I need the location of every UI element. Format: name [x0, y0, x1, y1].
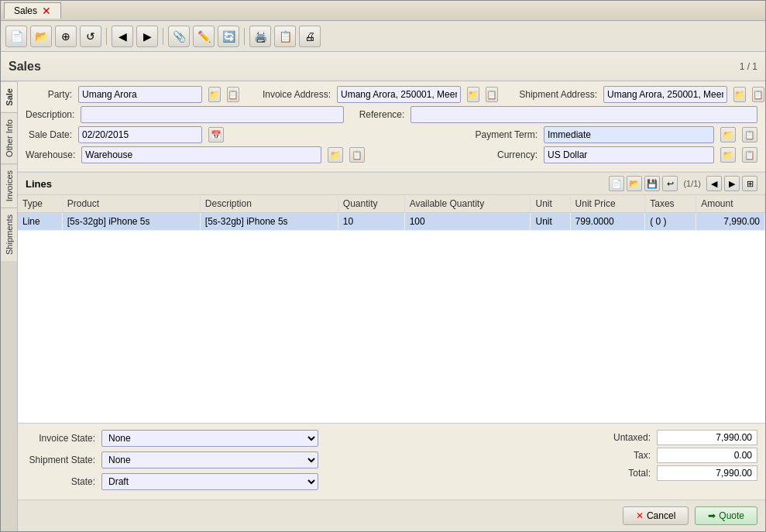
party-folder-icon[interactable]: 📁 [208, 87, 221, 102]
tab-shipments[interactable]: Shipments [1, 208, 17, 261]
shipment-address-input[interactable] [603, 86, 727, 103]
tax-row: Tax: 0.00 [541, 448, 757, 463]
sep1 [106, 28, 107, 45]
print-button[interactable]: 🖨️ [249, 26, 271, 47]
printer-button[interactable]: 🖨 [299, 26, 321, 47]
currency-input[interactable] [544, 146, 714, 163]
totals-section: Untaxed: 7,990.00 Tax: 0.00 Total: 7,990… [541, 430, 757, 483]
shipment-state-select[interactable]: None [101, 451, 318, 469]
warehouse-label: Warehouse: [26, 149, 75, 160]
warehouse-clear-icon[interactable]: 📋 [349, 147, 365, 163]
currency-clear-icon[interactable]: 📋 [742, 147, 757, 163]
currency-folder-icon[interactable]: 📁 [720, 147, 736, 163]
cancel-button[interactable]: ✕ Cancel [623, 506, 689, 525]
back-button[interactable]: ◀ [112, 26, 133, 47]
print2-button[interactable]: 📋 [274, 26, 296, 47]
col-unit-price: Unit Price [570, 195, 645, 213]
reference-input[interactable] [410, 106, 757, 123]
party-label: Party: [26, 89, 72, 100]
shipment-address-clear-icon[interactable]: 📋 [752, 87, 764, 102]
state-select[interactable]: Draft [101, 473, 318, 490]
invoice-state-row: Invoice State: None [26, 430, 318, 447]
sale-date-label: Sale Date: [26, 129, 72, 140]
currency-label: Currency: [491, 149, 538, 160]
lines-open-icon[interactable]: 📂 [627, 176, 642, 191]
payment-term-clear-icon[interactable]: 📋 [742, 127, 757, 142]
lines-prev-icon[interactable]: ◀ [706, 176, 722, 191]
payment-term-label: Payment Term: [460, 129, 538, 140]
lines-table-area: Type Product Description Quantity Availa… [18, 195, 765, 424]
shipment-state-label: Shipment State: [26, 455, 95, 465]
reload-button[interactable]: ↺ [80, 26, 101, 47]
description-label: Description: [26, 109, 74, 120]
lines-title: Lines [26, 178, 52, 190]
untaxed-row: Untaxed: 7,990.00 [541, 430, 757, 445]
action-bar: ✕ Cancel ➡ Quote [18, 499, 765, 531]
lines-next-icon[interactable]: ▶ [724, 176, 740, 191]
cell-description: [5s-32gb] iPhone 5s [200, 213, 338, 231]
payment-term-folder-icon[interactable]: 📁 [720, 127, 736, 142]
state-row: State: Draft [26, 473, 318, 490]
col-taxes: Taxes [645, 195, 696, 213]
open-button[interactable]: 📂 [30, 26, 52, 47]
cancel-icon: ✕ [636, 510, 644, 521]
forward-button[interactable]: ▶ [136, 26, 158, 47]
total-value: 7,990.00 [657, 465, 757, 481]
cell-amount: 7,990.00 [696, 213, 765, 231]
col-amount: Amount [696, 195, 765, 213]
write-button[interactable]: ✏️ [193, 26, 215, 47]
state-section: Invoice State: None Shipment State: None [26, 430, 318, 493]
invoice-address-clear-icon[interactable]: 📋 [486, 87, 498, 102]
invoice-address-folder-icon[interactable]: 📁 [467, 87, 479, 102]
party-input[interactable] [78, 86, 202, 103]
side-tabs: Sale Other Info Invoices Shipments [1, 81, 18, 531]
find-button[interactable]: ⊕ [55, 26, 77, 47]
cell-quantity: 10 [338, 213, 404, 231]
refresh-button[interactable]: 🔄 [218, 26, 239, 47]
col-description: Description [200, 195, 338, 213]
table-row[interactable]: Line [5s-32gb] iPhone 5s [5s-32gb] iPhon… [18, 213, 765, 231]
lines-expand-icon[interactable]: ⊞ [742, 176, 757, 191]
lines-pagination: (1/1) [683, 179, 701, 188]
cell-available-quantity: 100 [404, 213, 531, 231]
bottom-section: Invoice State: None Shipment State: None [18, 424, 765, 499]
date-row: Sale Date: 📅 Payment Term: 📁 📋 [26, 126, 757, 143]
tab-title: Sales [14, 5, 37, 16]
attach-button[interactable]: 📎 [168, 26, 190, 47]
title-tab[interactable]: Sales ✕ [4, 2, 61, 19]
lines-header: Lines 📄 📂 💾 ↩ (1/1) ◀ ▶ ⊞ [18, 172, 765, 195]
warehouse-row: Warehouse: 📁 📋 Currency: 📁 📋 [26, 146, 757, 163]
tab-other-info[interactable]: Other Info [1, 112, 17, 163]
tab-sale[interactable]: Sale [1, 81, 17, 112]
invoice-state-select[interactable]: None [101, 430, 318, 447]
description-input[interactable] [81, 106, 344, 123]
shipment-address-folder-icon[interactable]: 📁 [733, 87, 746, 102]
warehouse-folder-icon[interactable]: 📁 [328, 147, 343, 163]
page-title: Sales [9, 60, 740, 74]
reference-label: Reference: [350, 109, 404, 120]
invoice-state-label: Invoice State: [26, 433, 95, 444]
shipment-address-label: Shipment Address: [504, 89, 597, 100]
invoice-address-label: Invoice Address: [246, 89, 331, 100]
party-clear-icon[interactable]: 📋 [227, 87, 239, 102]
new-button[interactable]: 📄 [5, 26, 27, 47]
lines-new-icon[interactable]: 📄 [609, 176, 624, 191]
warehouse-input[interactable] [81, 146, 321, 163]
tab-close-icon[interactable]: ✕ [42, 5, 51, 17]
payment-term-input[interactable] [544, 126, 714, 143]
lines-table: Type Product Description Quantity Availa… [18, 195, 765, 231]
sale-date-calendar-icon[interactable]: 📅 [208, 127, 224, 142]
lines-save-icon[interactable]: 💾 [644, 176, 660, 191]
lines-toolbar: 📄 📂 💾 ↩ (1/1) ◀ ▶ ⊞ [609, 176, 757, 191]
main-content: Party: 📁 📋 Invoice Address: 📁 📋 Shipment… [18, 81, 765, 531]
cell-type: Line [18, 213, 62, 231]
tab-invoices[interactable]: Invoices [1, 163, 17, 208]
quote-button[interactable]: ➡ Quote [695, 506, 757, 525]
sale-date-input[interactable] [78, 126, 202, 143]
tax-value: 0.00 [657, 448, 757, 463]
invoice-address-input[interactable] [337, 86, 461, 103]
col-unit: Unit [531, 195, 570, 213]
cancel-label: Cancel [647, 510, 675, 521]
lines-delete-icon[interactable]: ↩ [662, 176, 678, 191]
title-bar: Sales ✕ [1, 1, 765, 21]
